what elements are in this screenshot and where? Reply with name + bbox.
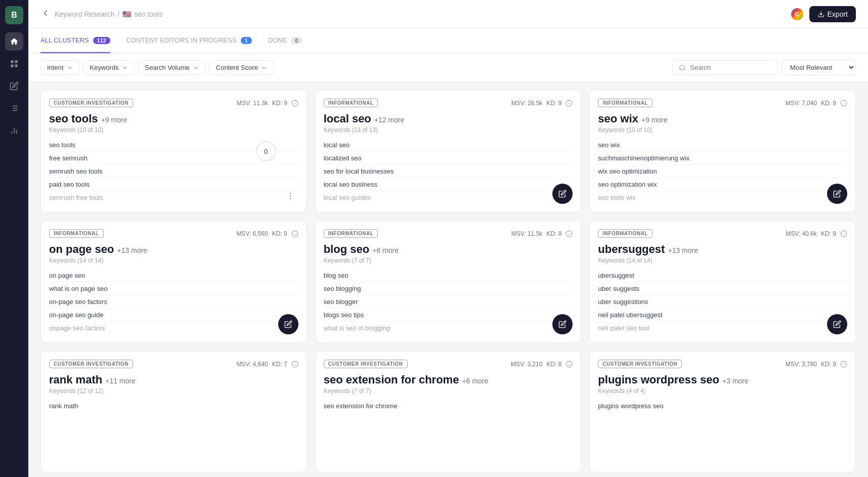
svg-rect-0 [11,60,13,63]
search-icon [679,64,686,71]
card-meta: MSV: 3,210 KD: 8 [511,361,573,368]
keywords-count: Keywords (7 of 7) [324,257,573,264]
intent-badge: CUSTOMER INVESTIGATION [324,360,408,368]
keyword-item: local seo guides [324,191,573,204]
tab-content-editors-badge: 1 [241,37,252,44]
more-tag: +13 more [668,246,698,254]
svg-rect-1 [15,60,18,63]
card-title: local seo +12 more [324,112,573,125]
keyword-item: seo tools wix [598,191,847,204]
intent-badge: INFORMATIONAL [49,229,104,238]
svg-rect-3 [15,65,18,67]
sidebar-item-dashboard[interactable] [5,55,23,73]
sidebar-item-home[interactable] [5,32,23,51]
keyword-item: plugins wordpress seo [598,400,847,412]
main-content: Keyword Research / 🇺🇸 seo tools G Export… [28,0,868,477]
msv-value: MSV: 3,210 [511,361,542,368]
tab-content-editors[interactable]: CONTENT EDITORS IN PROGRESS 1 [126,28,252,53]
keyword-item: wix seo optimization [598,165,847,178]
tab-done[interactable]: DONE 0 [268,28,302,53]
more-tag: +12 more [374,116,405,124]
breadcrumb-root[interactable]: Keyword Research [55,10,114,18]
counter-badge: 0 [256,141,276,161]
tabs-bar: ALL CLUSTERS 112 CONTENT EDITORS IN PROG… [28,28,868,54]
msv-value: MSV: 3,780 [786,361,817,368]
keywords-count: Keywords (14 of 14) [598,257,847,264]
keyword-item: on-page seo factors [49,295,298,309]
filter-content-score[interactable]: Content Score [209,60,274,75]
card-meta: MSV: 3,780 KD: 9 [786,361,847,368]
sidebar-item-edit[interactable] [5,77,23,95]
card-header: INFORMATIONAL MSV: 7,040 KD: 9 [598,99,847,107]
keywords-count: Keywords (14 of 14) [49,257,298,264]
keyword-list: ubersuggestuber suggestsuber suggestions… [598,269,847,334]
keywords-count: Keywords (10 of 10) [598,126,847,134]
card-header: INFORMATIONAL MSV: 11.5k KD: 8 [324,229,573,238]
card-meta: MSV: 6,560 KD: 9 [236,230,298,237]
filter-keywords[interactable]: Keywords [83,60,135,75]
keyword-card: INFORMATIONAL MSV: 40.6k KD: 9 ubersugge… [589,221,856,343]
card-header: CUSTOMER INVESTIGATION MSV: 3,210 KD: 8 [324,360,573,368]
card-title: seo wix +9 more [598,112,847,125]
edit-button[interactable] [278,314,298,334]
intent-badge: CUSTOMER INVESTIGATION [49,360,133,368]
card-header: CUSTOMER INVESTIGATION MSV: 11.3k KD: 9 [49,99,298,107]
export-label: Export [828,10,848,18]
keywords-count: Keywords (13 of 13) [324,126,573,134]
edit-button[interactable] [827,184,847,204]
card-title: rank math +11 more [49,373,298,386]
svg-point-14 [680,65,684,69]
sidebar-item-chart[interactable] [5,121,23,140]
keyword-item: suchmaschinenoptimierung wix [598,152,847,165]
keyword-list: on page seowhat is on page seoon-page se… [49,269,298,334]
kd-value: KD: 9 [272,230,287,237]
search-input-wrap[interactable] [672,60,777,75]
keyword-card: INFORMATIONAL MSV: 7,040 KD: 9 seo wix +… [589,90,856,212]
more-tag: +6 more [462,377,489,385]
msv-value: MSV: 28.5k [511,100,543,107]
keyword-list: local seolocalized seoseo for local busi… [324,139,573,204]
card-meta: MSV: 7,040 KD: 9 [786,100,847,107]
keyword-item: neil patel seo tool [598,322,847,334]
keyword-item: localized seo [324,152,573,165]
filter-intent-label: Intent [47,64,64,71]
keyword-list: rank math [49,400,298,412]
search-input[interactable] [690,64,771,71]
keyword-item: local seo [324,139,573,152]
keyword-item: seo blogger [324,295,573,309]
card-meta: MSV: 4,840 KD: 7 [236,361,298,368]
keyword-item: semrush seo tools [49,165,298,178]
more-tag: +3 more [722,377,749,385]
card-header: INFORMATIONAL MSV: 40.6k KD: 9 [598,229,847,238]
more-tag: +13 more [117,246,147,254]
keyword-item: local seo business [324,178,573,191]
keyword-card: INFORMATIONAL MSV: 11.5k KD: 8 blog seo … [315,221,582,343]
filter-content-score-label: Content Score [216,64,258,71]
sidebar-item-list[interactable] [5,99,23,117]
more-menu-button[interactable]: ⋮ [282,188,298,204]
filter-search-volume[interactable]: Search Volume [139,60,205,75]
keyword-card: CUSTOMER INVESTIGATION MSV: 3,210 KD: 8 … [315,351,582,472]
card-meta: MSV: 40.6k KD: 9 [786,230,847,237]
keyword-item: uber suggestions [598,295,847,309]
edit-button[interactable] [827,314,847,334]
intent-badge: INFORMATIONAL [324,99,378,107]
tab-all-clusters[interactable]: ALL CLUSTERS 112 [40,28,110,53]
card-header: INFORMATIONAL MSV: 6,560 KD: 9 [49,229,298,238]
back-button[interactable] [40,8,51,20]
keyword-card: INFORMATIONAL MSV: 6,560 KD: 9 on page s… [40,221,307,343]
filter-intent[interactable]: Intent [40,60,79,75]
info-icon [840,361,847,368]
header-left: Keyword Research / 🇺🇸 seo tools [40,8,162,20]
info-icon [291,361,298,368]
msv-value: MSV: 11.3k [237,100,268,107]
kd-value: KD: 8 [546,361,561,368]
msv-value: MSV: 11.5k [511,230,543,237]
info-icon [291,230,298,237]
card-header: CUSTOMER INVESTIGATION MSV: 3,780 KD: 9 [598,360,847,368]
msv-value: MSV: 40.6k [786,230,817,237]
tab-done-badge: 0 [291,37,302,44]
sort-select[interactable]: Most Relevant MSV High to Low MSV Low to… [782,60,856,75]
export-button[interactable]: Export [809,6,856,22]
tab-all-clusters-badge: 112 [93,37,110,44]
